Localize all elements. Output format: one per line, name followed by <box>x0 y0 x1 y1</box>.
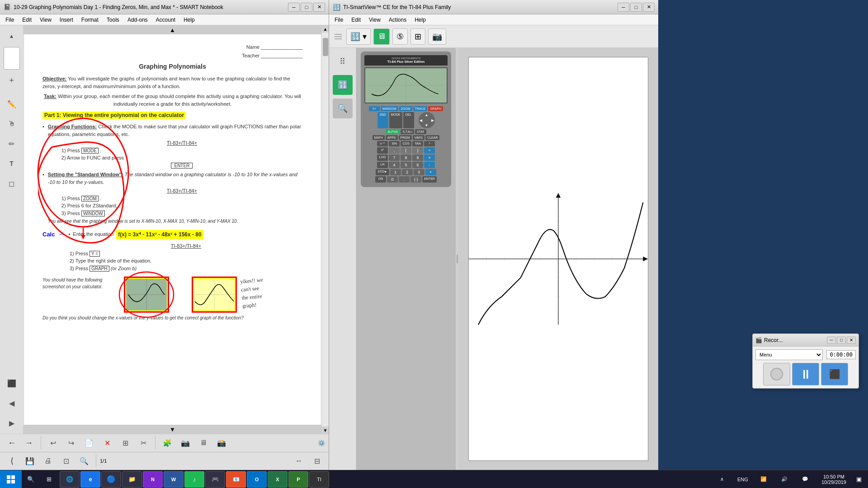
ti-search-icon[interactable]: 🔍 <box>333 99 353 118</box>
eraser-btn[interactable]: ✏️ <box>3 95 21 113</box>
window-btn[interactable]: 🖥 <box>195 436 212 450</box>
calc-clear-btn[interactable]: CLEAR <box>425 135 439 140</box>
calc-0-btn[interactable]: 0 <box>387 176 398 183</box>
smart-menu-account[interactable]: Account <box>152 16 179 24</box>
page-scroll-bottom[interactable]: ▼ <box>24 425 321 434</box>
zoom-btn[interactable]: 🔍 <box>76 454 92 468</box>
ti-drag-handle[interactable] <box>333 28 344 45</box>
taskbar-project-btn[interactable]: P <box>288 471 308 488</box>
calc-tan-btn[interactable]: TAN <box>412 141 423 146</box>
taskbar-word-btn[interactable]: W <box>164 471 184 488</box>
calc-minus-btn[interactable]: - <box>424 162 435 168</box>
scroll-track[interactable] <box>322 33 329 427</box>
calc-8-btn[interactable]: 8 <box>401 155 411 161</box>
calc-on-btn[interactable]: ON <box>375 176 386 183</box>
undo-btn[interactable]: ↩ <box>45 436 61 450</box>
ti-menu-actions[interactable]: Actions <box>385 16 410 24</box>
smart-menu-file[interactable]: File <box>2 16 18 24</box>
calc-trace-btn[interactable]: TRACE <box>413 106 428 111</box>
calc-zoom-btn[interactable]: ZOOM <box>399 106 412 111</box>
tray-network[interactable]: 📶 <box>755 470 773 488</box>
screenshot-btn[interactable]: 📸 <box>213 436 230 450</box>
calc-6-btn[interactable]: 6 <box>412 162 423 168</box>
smart-menu-help[interactable]: Help <box>180 16 198 24</box>
pointer-btn[interactable]: 🖱 <box>3 115 21 133</box>
nav-right-btn[interactable]: ▶ <box>3 414 21 432</box>
smart-menu-addons[interactable]: Add-ons <box>124 16 151 24</box>
delete-btn[interactable]: ✕ <box>99 436 115 450</box>
calc-plus-btn[interactable]: + <box>425 169 436 175</box>
page-scroll-top[interactable]: ▲ <box>24 25 321 34</box>
taskbar-excel-btn[interactable]: X <box>268 471 288 488</box>
smart-menu-edit[interactable]: Edit <box>19 16 35 24</box>
redo-btn[interactable]: ↪ <box>63 436 79 450</box>
calc-xsq-btn[interactable]: x² <box>377 147 388 154</box>
taskbar-onenote-btn[interactable]: N <box>143 471 163 488</box>
nav-down[interactable]: ▼ <box>425 123 429 127</box>
calc-cos-btn[interactable]: COS <box>401 141 411 146</box>
calc-mode-btn[interactable]: MODE <box>389 112 402 128</box>
calc-2nd-btn[interactable]: 2ND <box>377 112 388 128</box>
taskbar-edge-btn[interactable]: e <box>80 471 100 488</box>
smart-menu-format[interactable]: Format <box>78 16 102 24</box>
nav-left[interactable]: ◀ <box>420 118 422 122</box>
scroll-down-arrow[interactable]: ▼ <box>322 427 329 434</box>
ti-menu-view[interactable]: View <box>365 16 384 24</box>
taskbar-file-btn[interactable]: 📁 <box>122 471 142 488</box>
calc-9-btn[interactable]: 9 <box>412 155 423 161</box>
recorder-minimize-btn[interactable]: ─ <box>827 337 836 344</box>
smart-minimize-btn[interactable]: ─ <box>288 3 300 12</box>
zoom-out-btn[interactable]: ⊟ <box>309 454 325 468</box>
ti-counter-btn[interactable]: ⑤ <box>392 28 408 45</box>
tray-volume[interactable]: 🔊 <box>775 470 793 488</box>
page-thumbnail-btn[interactable] <box>4 47 20 70</box>
calc-dot-btn[interactable]: . <box>399 176 410 183</box>
action-center-btn[interactable]: ▣ <box>850 470 868 488</box>
shapes-btn[interactable]: ◻ <box>3 174 21 192</box>
smart-menu-tools[interactable]: Tools <box>103 16 123 24</box>
calc-ln-btn[interactable]: LN <box>377 162 388 168</box>
search-btn[interactable]: 🔍 <box>22 470 40 488</box>
ti-menu-edit[interactable]: Edit <box>348 16 364 24</box>
add-page-btn[interactable]: + <box>3 71 21 89</box>
taskbar-ie-btn[interactable]: 🌐 <box>60 471 80 488</box>
smart-close-btn[interactable]: ✕ <box>313 3 325 12</box>
calc-mult-btn[interactable]: × <box>424 155 435 161</box>
first-page-btn[interactable]: ⟨ <box>4 454 20 468</box>
calc-del-btn[interactable]: DEL <box>403 112 414 128</box>
ti-close-btn[interactable]: ✕ <box>643 3 655 12</box>
ti-emulator-btn[interactable]: 🖥 <box>373 28 390 45</box>
table-btn[interactable]: ⊞ <box>117 436 133 450</box>
taskbar-game-btn[interactable]: 🎮 <box>205 471 225 488</box>
calc-vars-btn[interactable]: VARS <box>413 135 425 140</box>
nav-left-btn[interactable]: ◀ <box>3 394 21 412</box>
smart-menu-view[interactable]: View <box>36 16 55 24</box>
webcam-btn[interactable]: 📷 <box>177 436 193 450</box>
nav-circle[interactable]: ▲ ▼ ◀ ▶ <box>419 112 435 128</box>
taskbar-outlook-btn[interactable]: O <box>247 471 267 488</box>
recorder-menu-select[interactable]: Menu <box>755 349 823 360</box>
recorder-pause-btn[interactable]: ⏸ <box>792 363 819 385</box>
calc-neg-btn[interactable]: (-) <box>410 176 421 183</box>
scissors-btn[interactable]: ✂ <box>135 436 151 450</box>
ti-screenshot-btn[interactable]: 📷 <box>428 28 446 45</box>
view-btn[interactable]: ⊡ <box>58 454 74 468</box>
calc-enter-btn[interactable]: ENTER <box>422 176 437 183</box>
settings-btn[interactable]: ⚙️ <box>318 440 325 446</box>
scroll-thumb[interactable] <box>323 38 328 56</box>
calc-x-inv-btn[interactable]: x⁻¹ <box>377 141 388 146</box>
tray-up-btn[interactable]: ∧ <box>713 470 731 488</box>
calc-5-btn[interactable]: 5 <box>401 162 411 168</box>
recorder-maximize-btn[interactable]: □ <box>837 337 846 344</box>
taskbar-smartview-btn[interactable]: TI <box>309 471 329 488</box>
tray-notification[interactable]: 💬 <box>796 470 814 488</box>
calc-rparen-btn[interactable]: ) <box>412 147 423 154</box>
calc-x-btn[interactable]: X,T,θ,n <box>401 129 414 134</box>
calc-graph-btn[interactable]: GRAPH <box>428 106 443 111</box>
calc-1-btn[interactable]: 1 <box>390 169 401 175</box>
taskbar-clock[interactable]: 10:50 PM 10/29/2019 <box>818 474 850 485</box>
calc-math-btn[interactable]: MATH <box>373 135 385 140</box>
calc-sin-btn[interactable]: SIN <box>389 141 400 146</box>
start-button[interactable] <box>0 470 22 488</box>
calc-3-btn[interactable]: 3 <box>414 169 425 175</box>
